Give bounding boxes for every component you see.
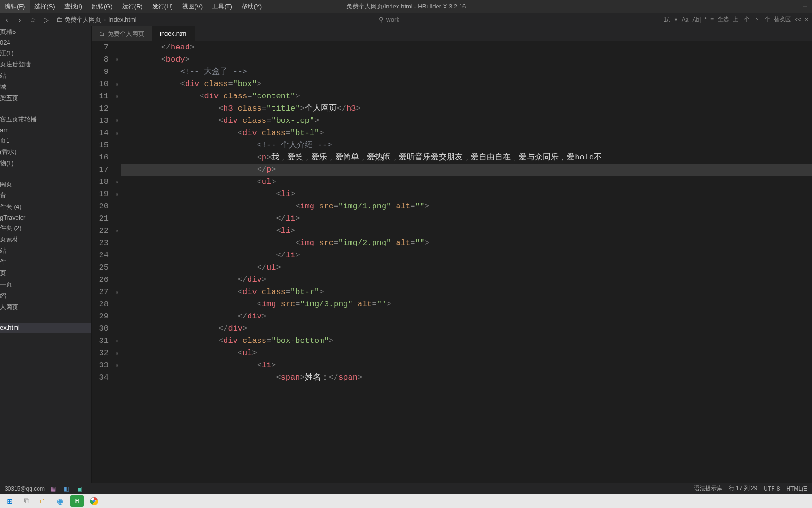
menu-item[interactable]: 帮助(Y) (237, 0, 266, 13)
file-explorer[interactable]: 页精5024江(1)页注册登陆站城架五页 客五页带轮播am页1(香水)物(1) … (0, 26, 92, 483)
fold-gutter[interactable]: ▣▣▣▣▣▣▣▣▣▣▣▣ (114, 41, 121, 483)
editor-tab[interactable]: index.html (152, 26, 195, 41)
code-editor[interactable]: 7891011121314151617181920212223242526272… (92, 41, 812, 483)
menu-item[interactable]: 工具(T) (207, 0, 237, 13)
case-toggle[interactable]: Aa (682, 16, 689, 23)
file-tree-item[interactable]: 页素材 (0, 234, 91, 245)
edge-icon[interactable]: ◉ (54, 495, 67, 507)
editor-area: 🗀免费个人网页index.html 7891011121314151617181… (92, 26, 812, 483)
menu-item[interactable]: 查找(I) (60, 0, 87, 13)
file-tree-item[interactable]: 页 (0, 268, 91, 279)
window-title: 免费个人网页/index.html - HBuilder X 3.2.16 (346, 0, 466, 13)
prev-button[interactable]: 上一个 (733, 16, 750, 24)
chevron-down-icon[interactable]: ▼ (674, 17, 678, 22)
account-email[interactable]: 30315@qq.com (5, 485, 45, 492)
menu-item[interactable]: 发行(U) (148, 0, 178, 13)
file-tree-item[interactable]: 页精5 (0, 26, 91, 38)
breadcrumb-file[interactable]: index.html (107, 16, 138, 23)
search-input[interactable] (386, 16, 433, 23)
code-content[interactable]: </head> <body> <!-- 大盒子 --> <div class="… (121, 41, 812, 483)
file-tree-item[interactable]: 页注册登陆 (0, 59, 91, 70)
file-tree-item[interactable]: 育 (0, 190, 91, 201)
tab-label: index.html (160, 30, 187, 37)
back-button[interactable]: ‹ (0, 16, 13, 24)
tab-label: 免费个人网页 (108, 30, 144, 38)
syntax-hint-button[interactable]: 语法提示库 (694, 484, 722, 492)
hbuilder-icon[interactable]: H (70, 495, 84, 507)
search-icon: ⚲ (379, 16, 383, 23)
file-tree-item[interactable]: 江(1) (0, 48, 91, 59)
forward-button[interactable]: › (13, 16, 26, 24)
file-tree-item[interactable]: 一页 (0, 279, 91, 290)
menu-bar: 编辑(E)选择(S)查找(I)跳转(G)运行(R)发行(U)视图(V)工具(T)… (0, 0, 812, 13)
run-button[interactable]: ▷ (39, 16, 53, 24)
ratio-label[interactable]: 1/. (664, 16, 670, 23)
file-tree-item[interactable]: 绍 (0, 290, 91, 302)
menu-item[interactable]: 编辑(E) (0, 0, 30, 13)
toolbar-right: 1/. ▼ Aa Ab| * ≡ 全选 上一个 下一个 替换区 << × (664, 16, 808, 24)
chrome-icon[interactable] (87, 495, 101, 507)
start-button[interactable]: ⊞ (3, 495, 16, 507)
file-tree-item[interactable] (0, 169, 91, 179)
close-search-button[interactable]: × (805, 16, 808, 23)
file-tree-item[interactable]: 站 (0, 70, 91, 81)
file-tree-item[interactable]: 页1 (0, 135, 91, 146)
toolbar: ‹ › ☆ ▷ 🗀 免费个人网页 › index.html ⚲ 1/. ▼ Aa… (0, 13, 812, 26)
windows-taskbar: ⊞ ⧉ 🗀 ◉ H (0, 494, 812, 508)
word-toggle[interactable]: Ab| (692, 16, 701, 23)
file-tree-item[interactable]: 024 (0, 38, 91, 48)
status-icon-2[interactable]: ◧ (62, 484, 71, 493)
encoding-button[interactable]: UTF-8 (764, 485, 780, 492)
file-tree-item[interactable]: 物(1) (0, 158, 91, 169)
task-view-button[interactable]: ⧉ (20, 495, 33, 507)
next-button[interactable]: 下一个 (753, 16, 770, 24)
collapse-button[interactable]: << (795, 16, 801, 23)
select-all-button[interactable]: 全选 (718, 16, 729, 24)
file-tree-item[interactable]: 件 (0, 256, 91, 268)
menu-item[interactable]: 视图(V) (178, 0, 207, 13)
file-tree-item[interactable]: am (0, 125, 91, 135)
breadcrumb-separator: › (103, 16, 107, 23)
list-toggle[interactable]: ≡ (710, 16, 714, 23)
file-tree-item[interactable]: 站 (0, 245, 91, 256)
breadcrumb: 🗀 免费个人网页 › index.html (56, 16, 139, 24)
menu-item[interactable]: 运行(R) (117, 0, 148, 13)
minimize-button[interactable]: ─ (803, 0, 807, 13)
breadcrumb-folder[interactable]: 免费个人网页 (62, 16, 103, 24)
menu-item[interactable]: 跳转(G) (87, 0, 117, 13)
file-tree-item[interactable]: 件夹 (4) (0, 201, 91, 213)
file-tree-item[interactable]: 城 (0, 81, 91, 93)
menu-items: 编辑(E)选择(S)查找(I)跳转(G)运行(R)发行(U)视图(V)工具(T)… (0, 0, 266, 13)
window-controls: ─ (803, 0, 807, 13)
tab-bar: 🗀免费个人网页index.html (92, 26, 812, 41)
file-tree-item[interactable]: (香水) (0, 146, 91, 158)
folder-icon: 🗀 (99, 31, 105, 37)
language-mode-button[interactable]: HTML(E (786, 485, 807, 492)
status-icon-3[interactable]: ▣ (76, 484, 84, 493)
star-button[interactable]: ☆ (26, 16, 39, 24)
cursor-position: 行:17 列:29 (729, 484, 757, 492)
replace-zone-button[interactable]: 替换区 (774, 16, 791, 24)
status-bar: 30315@qq.com ▦ ◧ ▣ 语法提示库 行:17 列:29 UTF-8… (0, 483, 812, 494)
file-tree-item[interactable] (0, 104, 91, 114)
folder-icon: 🗀 (56, 16, 62, 23)
main-area: 页精5024江(1)页注册登陆站城架五页 客五页带轮播am页1(香水)物(1) … (0, 26, 812, 483)
regex-toggle[interactable]: * (704, 16, 707, 23)
status-icon-1[interactable]: ▦ (49, 484, 58, 493)
editor-tab[interactable]: 🗀免费个人网页 (92, 26, 152, 41)
file-tree-item[interactable]: ex.html (0, 323, 91, 333)
file-tree-item[interactable]: 客五页带轮播 (0, 114, 91, 125)
file-tree-item[interactable]: 人网页 (0, 302, 91, 313)
menu-item[interactable]: 选择(S) (30, 0, 59, 13)
file-tree-item[interactable]: 件夹 (2) (0, 222, 91, 234)
file-tree-item[interactable]: 架五页 (0, 93, 91, 104)
file-tree-item[interactable] (0, 313, 91, 323)
file-tree-item[interactable]: gTraveler (0, 213, 91, 222)
file-explorer-icon[interactable]: 🗀 (37, 495, 50, 507)
file-tree-item[interactable]: 网页 (0, 179, 91, 190)
search-panel: ⚲ (379, 16, 433, 23)
line-numbers: 7891011121314151617181920212223242526272… (92, 41, 114, 483)
